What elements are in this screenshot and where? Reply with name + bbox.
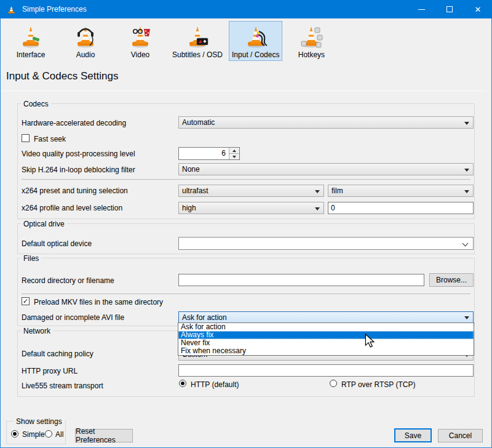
dropdown-option-always-fix[interactable]: Always fix [178, 331, 474, 339]
x264-tune-combo[interactable]: film [328, 185, 474, 197]
hw-decoding-value: Automatic [182, 118, 215, 127]
x264-level-input[interactable] [328, 202, 474, 214]
x264-preset-label: x264 preset and tuning selection [22, 186, 128, 195]
video-icon [127, 23, 153, 49]
save-button-label: Save [405, 431, 421, 440]
mouse-cursor [365, 334, 375, 348]
network-legend: Network [21, 327, 53, 335]
maximize-button[interactable] [435, 0, 464, 18]
hw-decoding-combo[interactable]: Automatic [178, 116, 474, 129]
minimize-icon [418, 9, 425, 10]
optical-device-combo[interactable] [178, 237, 474, 250]
tab-interface[interactable]: Interface [5, 21, 57, 61]
rtp-over-rtsp-label: RTP over RTSP (TCP) [341, 380, 415, 389]
hw-decoding-label: Hardware-accelerated decoding [22, 119, 126, 127]
window-title: Simple Preferences [22, 5, 87, 14]
input-codecs-icon [243, 23, 269, 49]
avi-file-combo[interactable]: Ask for action [178, 311, 474, 323]
files-separator [22, 294, 470, 294]
fast-seek-label: Fast seek [34, 135, 66, 143]
show-simple-radio[interactable] [11, 430, 18, 438]
rtp-over-rtsp-radio[interactable] [330, 380, 337, 387]
x264-profile-value: high [182, 204, 196, 212]
deblock-combo[interactable]: None [178, 163, 474, 175]
postproc-value: 6 [179, 148, 229, 159]
show-all-radio[interactable] [45, 430, 52, 438]
cancel-button[interactable]: Cancel [438, 429, 483, 442]
interface-icon [18, 23, 44, 49]
dropdown-option-never-fix[interactable]: Never fix [178, 339, 474, 347]
tab-label: Hotkeys [298, 50, 325, 59]
record-dir-input[interactable] [178, 274, 424, 286]
live555-label: Live555 stream transport [22, 382, 103, 390]
combo-arrow-icon [464, 169, 469, 172]
combo-arrow-icon [315, 207, 320, 210]
x264-tune-value: film [331, 186, 343, 195]
tab-input-codecs[interactable]: Input / Codecs [229, 21, 282, 61]
tab-subtitles-osd[interactable]: Subtitles / OSD [169, 21, 226, 61]
reset-preferences-label: Reset Preferences [76, 427, 132, 444]
x264-profile-combo[interactable]: high [178, 202, 324, 214]
dropdown-option-fix-when-necessary[interactable]: Fix when necessary [178, 347, 474, 355]
combo-chevron-icon [462, 241, 469, 247]
spin-up-button[interactable] [229, 148, 239, 154]
subtitles-osd-icon [184, 23, 210, 49]
close-button[interactable]: ✕ [464, 0, 492, 18]
preload-mkv-label: Preload MKV files in the same directory [34, 298, 163, 306]
avi-file-value: Ask for action [182, 313, 227, 322]
show-all-label: All [55, 430, 63, 439]
codecs-separator [22, 179, 470, 180]
postproc-spinbox[interactable]: 6 [178, 147, 240, 160]
titlebar[interactable]: Simple Preferences ✕ [0, 0, 492, 18]
tab-label: Audio [76, 50, 95, 59]
vlc-cone-icon [6, 4, 17, 15]
x264-preset-value: ultrafast [182, 186, 208, 195]
combo-arrow-icon [464, 122, 469, 125]
close-icon: ✕ [475, 6, 482, 14]
avi-file-dropdown-list: Ask for action Always fix Never fix Fix … [178, 322, 474, 356]
codecs-legend: Codecs [21, 100, 51, 108]
http-proxy-input[interactable] [178, 364, 474, 377]
preload-mkv-checkbox[interactable]: ✓ [22, 297, 30, 305]
combo-arrow-icon [315, 190, 320, 193]
save-button[interactable]: Save [394, 428, 432, 442]
combo-arrow-icon [464, 190, 469, 193]
http-default-label: HTTP (default) [191, 380, 239, 389]
reset-preferences-button[interactable]: Reset Preferences [75, 429, 133, 442]
spin-down-icon [232, 156, 236, 158]
preferences-toolbar: Interface Audio Video [5, 21, 337, 61]
fast-seek-checkbox[interactable] [22, 134, 30, 142]
combo-arrow-icon [464, 316, 469, 319]
show-simple-label: Simple [22, 430, 45, 439]
audio-icon [73, 23, 98, 49]
browse-button[interactable]: Browse... [429, 273, 474, 287]
files-legend: Files [21, 254, 41, 263]
page-title: Input & Codecs Settings [6, 70, 118, 82]
http-proxy-label: HTTP proxy URL [22, 367, 77, 375]
tab-audio[interactable]: Audio [60, 21, 111, 61]
postproc-label: Video quality post-processing level [22, 150, 135, 158]
caching-policy-label: Default caching policy [22, 350, 93, 358]
tab-hotkeys[interactable]: Hotkeys [285, 21, 337, 61]
minimize-button[interactable] [407, 0, 435, 18]
tab-label: Input / Codecs [232, 50, 279, 59]
simple-preferences-window: Simple Preferences ✕ Interface Audio [0, 0, 492, 448]
optical-device-label: Default optical device [22, 239, 92, 248]
browse-button-label: Browse... [436, 276, 467, 284]
dropdown-option-ask-for-action[interactable]: Ask for action [178, 323, 474, 331]
x264-preset-combo[interactable]: ultrafast [178, 185, 324, 197]
maximize-icon [446, 6, 453, 12]
http-default-radio[interactable] [179, 380, 186, 387]
spin-down-button[interactable] [229, 154, 239, 159]
tab-label: Subtitles / OSD [172, 50, 223, 59]
cancel-button-label: Cancel [449, 431, 472, 440]
hotkeys-icon [298, 23, 324, 49]
tab-video[interactable]: Video [114, 21, 166, 61]
tab-label: Interface [17, 50, 46, 59]
deblock-label: Skip H.264 in-loop deblocking filter [22, 166, 135, 174]
tab-label: Video [131, 50, 149, 59]
x264-profile-label: x264 profile and level selection [22, 204, 122, 212]
spin-up-icon [232, 150, 236, 152]
record-dir-label: Record directory or filename [22, 276, 114, 285]
optical-legend: Optical drive [21, 220, 67, 228]
